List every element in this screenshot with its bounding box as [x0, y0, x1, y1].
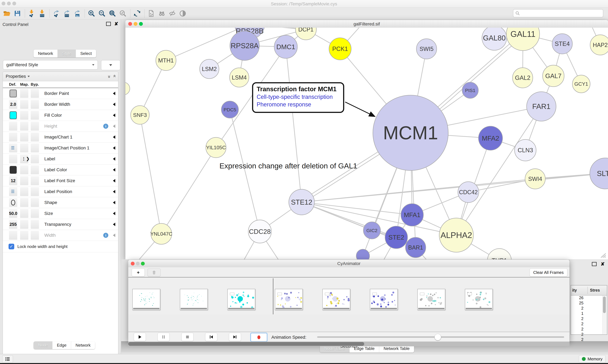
- property-cell[interactable]: [31, 231, 39, 240]
- property-cell[interactable]: [20, 143, 28, 152]
- property-cell[interactable]: [31, 176, 39, 185]
- network-node-nodeb[interactable]: [356, 249, 370, 259]
- add-frame-button[interactable]: +: [132, 269, 145, 276]
- property-cell[interactable]: [20, 231, 28, 240]
- property-cell[interactable]: [31, 143, 39, 152]
- style-options-button[interactable]: [101, 60, 120, 70]
- property-cell[interactable]: [20, 198, 28, 207]
- close-panel-icon[interactable]: ✘: [114, 22, 118, 26]
- property-cell[interactable]: [9, 133, 17, 142]
- property-cell[interactable]: [20, 220, 28, 229]
- cyanimator-titlebar[interactable]: CyAnimator: [128, 260, 569, 267]
- export-network-button[interactable]: [52, 9, 60, 18]
- info-icon[interactable]: i: [103, 233, 108, 238]
- export-table-button[interactable]: [63, 9, 71, 18]
- info-icon[interactable]: i: [103, 124, 108, 129]
- expand-row-icon[interactable]: [113, 190, 115, 193]
- property-cell[interactable]: [20, 209, 28, 218]
- property-cell[interactable]: [20, 111, 28, 120]
- property-row-width[interactable]: Widthi: [3, 230, 118, 241]
- zoom-fit-button[interactable]: [108, 9, 117, 18]
- frame-thumbnail-3[interactable]: [275, 289, 303, 310]
- expand-row-icon[interactable]: [113, 146, 115, 150]
- frame-thumbnail-0[interactable]: [132, 289, 160, 310]
- annotation-link[interactable]: Pheromone response: [257, 101, 343, 108]
- property-cell[interactable]: ☰: [9, 187, 17, 196]
- property-cell[interactable]: [31, 111, 39, 120]
- export-image-button[interactable]: [73, 9, 81, 18]
- network-edge[interactable]: [230, 110, 260, 232]
- expand-row-icon[interactable]: [113, 92, 115, 95]
- zoom-selected-button[interactable]: [119, 9, 127, 18]
- property-cell[interactable]: [20, 100, 28, 109]
- memory-button[interactable]: Memory: [579, 355, 606, 363]
- expand-row-icon[interactable]: [113, 223, 115, 226]
- import-table-button[interactable]: [38, 9, 46, 18]
- property-cell[interactable]: [20, 176, 28, 185]
- table-row[interactable]: 2: [571, 327, 607, 332]
- animation-speed-slider[interactable]: [317, 336, 564, 338]
- color-swatch[interactable]: [10, 111, 17, 119]
- network-edge[interactable]: [140, 115, 161, 234]
- expand-row-icon[interactable]: [113, 201, 115, 204]
- frame-thumbnail-7[interactable]: [465, 289, 493, 310]
- record-button[interactable]: [250, 333, 267, 342]
- network-node-edge1[interactable]: [125, 82, 130, 95]
- skip-to-start-button[interactable]: [205, 333, 217, 341]
- default-value[interactable]: 255: [9, 222, 17, 227]
- property-row-shape[interactable]: Shape: [3, 197, 118, 208]
- property-cell[interactable]: 255: [9, 220, 17, 229]
- resize-grip[interactable]: [598, 251, 606, 258]
- tab-network[interactable]: Network: [34, 50, 58, 57]
- frame-thumbnail-1[interactable]: [180, 289, 208, 310]
- property-cell[interactable]: [31, 187, 39, 196]
- ellipse-shape-icon[interactable]: [11, 200, 15, 205]
- table-row[interactable]: 2: [571, 322, 607, 327]
- network-file-button[interactable]: [147, 9, 155, 18]
- property-cell[interactable]: 12: [9, 176, 17, 185]
- properties-header[interactable]: Properties: [6, 74, 30, 79]
- table-column-header[interactable]: Stres: [590, 288, 600, 293]
- import-network-button[interactable]: [28, 9, 36, 18]
- property-cell[interactable]: [31, 89, 39, 98]
- property-row-fill-color[interactable]: Fill Color: [3, 110, 118, 121]
- property-cell[interactable]: [31, 133, 39, 142]
- property-cell[interactable]: [20, 133, 28, 142]
- float-panel-icon[interactable]: [106, 22, 111, 26]
- clear-all-frames-button[interactable]: Clear All Frames: [530, 269, 567, 276]
- tab-style[interactable]: Style: [58, 50, 76, 57]
- frame-thumbnail-6[interactable]: [417, 289, 445, 310]
- node-table[interactable]: ity Stres 26252122222: [571, 285, 607, 335]
- table-row[interactable]: 26: [571, 296, 607, 301]
- property-row-border-paint[interactable]: Border Paint: [3, 88, 118, 99]
- property-row-label-color[interactable]: Label Color: [3, 164, 118, 175]
- property-row-height[interactable]: Heighti: [3, 121, 118, 132]
- frame-thumbnail-4[interactable]: [322, 289, 350, 310]
- expand-row-icon[interactable]: [113, 179, 115, 182]
- default-value[interactable]: 2.0: [9, 102, 17, 107]
- annotation-link[interactable]: Cell-type-specific transcription: [257, 94, 343, 100]
- property-cell[interactable]: [31, 198, 39, 207]
- position-icon[interactable]: ☰: [11, 189, 15, 194]
- expand-row-icon[interactable]: [113, 212, 115, 215]
- table-scrollbar[interactable]: [602, 296, 607, 334]
- expand-row-icon[interactable]: [113, 234, 115, 237]
- property-cell[interactable]: [31, 122, 39, 130]
- annotation-box[interactable]: Transcription factor MCM1 Cell-type-spec…: [252, 82, 344, 113]
- delete-frame-button[interactable]: [148, 269, 161, 276]
- network-edge[interactable]: [302, 179, 535, 202]
- pause-button[interactable]: [158, 333, 170, 341]
- timeline[interactable]: 0123456789 Seconds: [128, 277, 569, 314]
- property-cell[interactable]: ⋮❯: [20, 155, 28, 163]
- table-row[interactable]: 2: [571, 316, 607, 322]
- property-cell[interactable]: [9, 198, 17, 207]
- tab-edge[interactable]: Edge: [52, 341, 71, 349]
- search-input[interactable]: [513, 9, 603, 17]
- show-button[interactable]: [179, 9, 187, 18]
- stop-button[interactable]: [181, 333, 193, 341]
- network-edge[interactable]: [456, 106, 541, 235]
- column-divider[interactable]: [587, 287, 588, 294]
- network-canvas[interactable]: RPS28BRPS28ADMC1DCP1PCK1MTH1LSM2LSM4SNF3…: [125, 28, 608, 259]
- property-row-image-chart-1[interactable]: Image/Chart 1: [3, 132, 118, 143]
- table-row[interactable]: 25: [571, 301, 607, 306]
